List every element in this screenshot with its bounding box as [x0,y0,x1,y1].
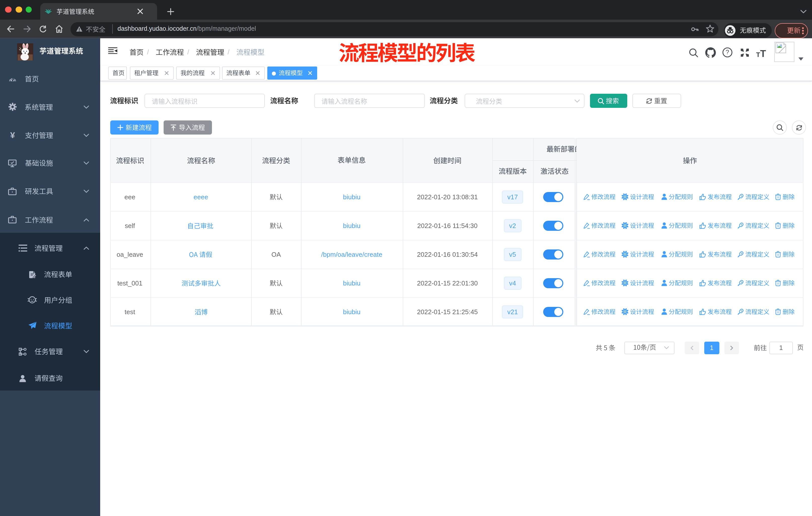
svg-text:T: T [756,51,760,57]
svg-text:T: T [760,48,766,57]
svg-text:?: ? [726,49,729,55]
svg-text:¥: ¥ [10,131,15,139]
